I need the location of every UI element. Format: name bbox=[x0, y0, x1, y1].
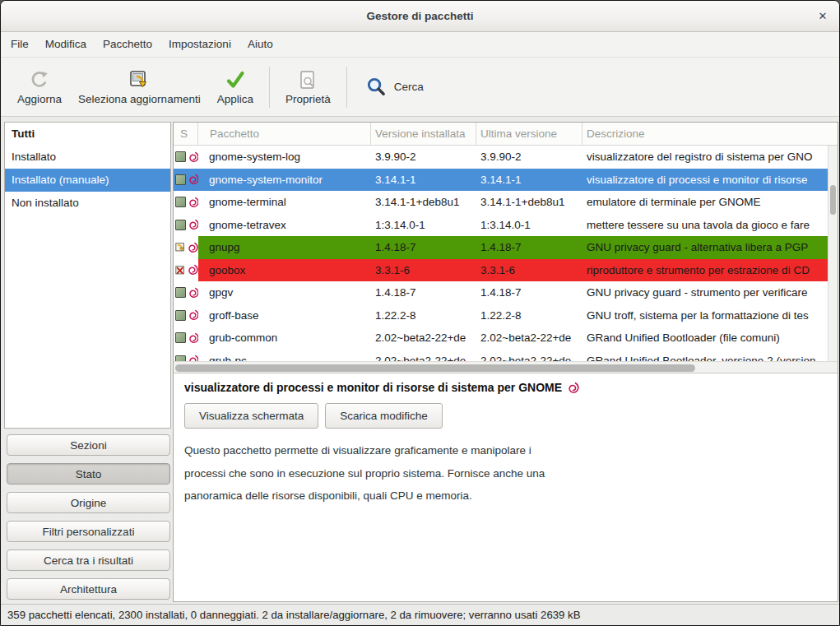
table-body: gnome-system-log 3.9.90-2 3.9.90-2 visua… bbox=[174, 146, 838, 361]
statusbar: 359 pacchetti elencati, 2300 installati,… bbox=[1, 604, 839, 625]
column-header-latest-version[interactable]: Ultima versione bbox=[476, 123, 582, 145]
mark-upgrades-label: Seleziona aggiornamenti bbox=[78, 93, 201, 105]
debian-swirl-icon bbox=[188, 151, 198, 163]
search-button[interactable]: Cerca bbox=[355, 73, 435, 100]
table-row[interactable]: gnome-system-log 3.9.90-2 3.9.90-2 visua… bbox=[174, 146, 828, 169]
table-row[interactable]: grub-common 2.02~beta2-22+de 2.02~beta2-… bbox=[174, 327, 828, 350]
sidebar-filter-button[interactable]: Architettura bbox=[7, 578, 170, 600]
debian-swirl-icon bbox=[188, 332, 198, 344]
details-title-row: visualizzatore di processi e monitor di … bbox=[184, 381, 829, 394]
installed-version-cell: 3.9.90-2 bbox=[371, 146, 476, 169]
sidebar-filter-button[interactable]: Sezioni bbox=[7, 434, 170, 456]
filter-item[interactable]: Tutti bbox=[5, 123, 170, 146]
status-cell bbox=[174, 281, 198, 304]
debian-swirl-icon bbox=[188, 219, 198, 230]
horizontal-scrollbar-thumb[interactable] bbox=[175, 364, 695, 372]
close-icon[interactable]: ✕ bbox=[814, 8, 831, 25]
horizontal-scrollbar[interactable] bbox=[174, 361, 838, 373]
table-row[interactable]: grub-pc 2.02~beta2-22+de 2.02~beta2-22+d… bbox=[174, 350, 828, 362]
menu-item[interactable]: Modifica bbox=[37, 32, 95, 57]
sidebar-filter-button[interactable]: Origine bbox=[7, 492, 170, 513]
installed-version-cell: 2.02~beta2-22+de bbox=[371, 350, 476, 362]
menu-item[interactable]: Aiuto bbox=[239, 32, 281, 57]
sidebar-filter-button[interactable]: Filtri personalizzati bbox=[7, 521, 170, 542]
description-cell: GNU privacy guard - strumento per verifi… bbox=[582, 281, 828, 304]
toolbar: Aggiorna Seleziona aggiornamenti Applica bbox=[1, 58, 839, 117]
marked-upgrade-status-icon bbox=[175, 241, 185, 253]
menu-item[interactable]: Pacchetto bbox=[95, 32, 160, 57]
installed-status-icon bbox=[175, 355, 186, 361]
latest-version-cell: 1.4.18-7 bbox=[476, 281, 582, 304]
table-row[interactable]: gnome-system-monitor 3.14.1-1 3.14.1-1 v… bbox=[174, 169, 828, 192]
status-cell bbox=[174, 169, 198, 192]
package-name-cell: gnome-terminal bbox=[198, 191, 371, 214]
installed-version-cell: 1:3.14.0-1 bbox=[371, 214, 476, 237]
filter-item[interactable]: Installato (manuale) bbox=[5, 169, 170, 192]
menu-item[interactable]: Impostazioni bbox=[160, 32, 239, 57]
download-changelog-button[interactable]: Scarica modifiche bbox=[325, 403, 443, 429]
column-header-installed-version[interactable]: Versione installata bbox=[371, 123, 476, 145]
filter-item[interactable]: Installato bbox=[5, 146, 170, 169]
properties-button[interactable]: Proprietà bbox=[277, 66, 339, 109]
description-cell: mettere tessere su una tavola da gioco e… bbox=[582, 214, 828, 237]
menu-item[interactable]: File bbox=[2, 32, 37, 57]
apply-label: Applica bbox=[217, 93, 253, 105]
column-header-description[interactable]: Descrizione bbox=[582, 123, 838, 145]
status-cell bbox=[174, 236, 198, 259]
sidebar-filter-button[interactable]: Cerca tra i risultati bbox=[7, 549, 170, 571]
installed-version-cell: 3.14.1-1 bbox=[371, 169, 476, 192]
vertical-scrollbar[interactable] bbox=[828, 146, 838, 361]
package-name-cell: gnupg bbox=[198, 236, 371, 259]
sidebar-filter-button[interactable]: Stato bbox=[7, 463, 170, 485]
installed-version-cell: 1.4.18-7 bbox=[371, 236, 476, 259]
mark-all-upgrades-button[interactable]: Seleziona aggiornamenti bbox=[70, 66, 209, 109]
table-row[interactable]: gnupg 1.4.18-7 1.4.18-7 GNU privacy guar… bbox=[174, 236, 828, 259]
installed-status-icon bbox=[175, 220, 186, 230]
package-name-cell: gnome-system-log bbox=[198, 146, 371, 169]
debian-swirl-icon bbox=[567, 382, 579, 394]
installed-version-cell: 1.22.2-8 bbox=[371, 304, 476, 327]
refresh-button[interactable]: Aggiorna bbox=[9, 66, 70, 109]
package-name-cell: gnome-tetravex bbox=[198, 214, 371, 237]
table-row[interactable]: gpgv 1.4.18-7 1.4.18-7 GNU privacy guard… bbox=[174, 281, 828, 304]
latest-version-cell: 3.14.1-1+deb8u1 bbox=[476, 191, 582, 214]
package-name-cell: grub-common bbox=[198, 327, 371, 350]
table-row[interactable]: gnome-tetravex 1:3.14.0-1 1:3.14.0-1 met… bbox=[174, 214, 828, 237]
filter-item[interactable]: Non installato bbox=[5, 192, 170, 215]
description-cell: emulatore di terminale per GNOME bbox=[582, 191, 828, 214]
latest-version-cell: 1.22.2-8 bbox=[476, 304, 582, 327]
latest-version-cell: 3.9.90-2 bbox=[476, 146, 582, 169]
apply-check-icon bbox=[225, 69, 246, 90]
status-cell bbox=[174, 350, 198, 362]
description-cell: riproduttore e strumento per estrazione … bbox=[582, 259, 828, 282]
details-buttons: Visualizza schermata Scarica modifiche bbox=[184, 403, 829, 429]
description-cell: visualizzatore di processi e monitor di … bbox=[582, 169, 828, 192]
table-row[interactable]: groff-base 1.22.2-8 1.22.2-8 GNU troff, … bbox=[174, 304, 828, 327]
details-title: visualizzatore di processi e monitor di … bbox=[184, 381, 562, 394]
debian-swirl-icon bbox=[187, 264, 198, 276]
description-cell: GRand Unified Bootloader, versione 2 (ve… bbox=[582, 350, 828, 362]
table-row[interactable]: goobox 3.3.1-6 3.3.1-6 riproduttore e st… bbox=[174, 259, 828, 282]
view-screenshot-button[interactable]: Visualizza schermata bbox=[184, 403, 318, 429]
vertical-scrollbar-thumb[interactable] bbox=[830, 185, 836, 215]
table-header: S Pacchetto Versione installata Ultima v… bbox=[174, 123, 838, 146]
description-line: processi che sono in esecuzione sul prop… bbox=[184, 462, 829, 485]
debian-swirl-icon bbox=[188, 174, 198, 185]
installed-status-icon bbox=[175, 332, 186, 343]
package-name-cell: grub-pc bbox=[198, 350, 371, 362]
description-line: panoramica delle risorse disponibili, qu… bbox=[184, 485, 829, 508]
description-cell: visualizzatore del registro di sistema p… bbox=[582, 146, 828, 169]
table-row[interactable]: gnome-terminal 3.14.1-1+deb8u1 3.14.1-1+… bbox=[174, 191, 828, 214]
latest-version-cell: 2.02~beta2-22+de bbox=[476, 327, 582, 350]
description-cell: GNU privacy guard - alternativa libera a… bbox=[582, 236, 828, 259]
package-name-cell: gpgv bbox=[198, 281, 371, 304]
status-cell bbox=[174, 304, 198, 327]
column-header-package[interactable]: Pacchetto bbox=[198, 123, 371, 145]
apply-button[interactable]: Applica bbox=[209, 66, 262, 109]
latest-version-cell: 1:3.14.0-1 bbox=[476, 214, 582, 237]
status-cell bbox=[174, 191, 198, 214]
properties-icon bbox=[297, 69, 318, 90]
toolbar-separator bbox=[346, 67, 347, 108]
column-header-status[interactable]: S bbox=[174, 123, 198, 145]
details-panel: visualizzatore di processi e monitor di … bbox=[174, 373, 838, 601]
